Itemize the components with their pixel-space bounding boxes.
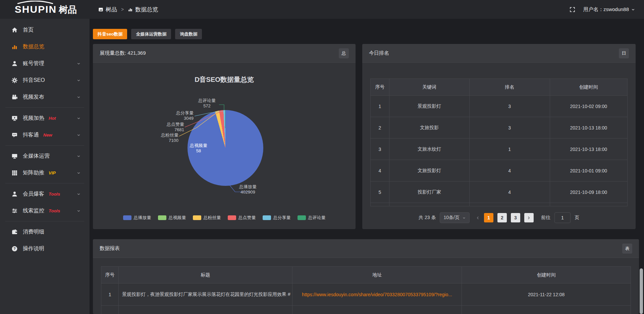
sidebar-item-lead-monitor[interactable]: 线索监控 Tools [0,202,90,219]
impressions-chart-panel: 展现量总数: 421,369 总 D音SEO数据量总览 总评论量 572 总分享… [93,44,356,229]
screen-play-icon [11,115,18,121]
page-button-2[interactable]: 2 [497,213,507,222]
home-icon [11,27,18,33]
table-header-row: 序号 标题 地址 创建时间 [101,267,631,283]
question-icon: ? [11,246,18,252]
username-label: 用户名：zswodun88 [583,6,629,13]
pie-label-shares: 总分享量 3049 [160,110,194,121]
ranking-panel-header: 今日排名 日 [362,44,636,63]
breadcrumb-item-home[interactable]: 树品 [98,6,117,13]
total-view-button[interactable]: 总 [339,48,349,58]
tools-badge: Tools [49,208,60,213]
tab-douyin-seo-data[interactable]: 抖音seo数据 [93,29,127,39]
breadcrumb-item-current[interactable]: 数据总览 [128,6,158,13]
table-view-button[interactable]: 表 [622,244,632,254]
breadcrumb-label: 树品 [106,6,117,13]
table-row: 1 景观投影灯，夜游景观投影灯厂家展示展示落花灯在花园里的灯光投影应用效果 # … [101,283,631,306]
page-size-select[interactable]: 10条/页 [440,212,469,223]
person-icon [11,191,18,197]
ranking-panel-title: 今日排名 [369,50,389,56]
chart-panel-body: D音SEO数据量总览 总评论量 572 总分享量 3049 总点赞量 7681 [93,63,356,229]
page-button-3[interactable]: 3 [511,213,520,222]
breadcrumb-label: 数据总览 [135,6,158,13]
ranking-panel-body: 序号 关键词 排名 创建时间 1 景观投影灯 3 2021-10-02 09:0… [362,63,636,229]
sidebar-item-label: 矩阵助推 [23,169,44,176]
fullscreen-icon[interactable] [570,7,575,12]
sidebar-item-home[interactable]: 首页 [0,21,90,38]
day-view-button[interactable]: 日 [619,48,629,58]
sidebar-item-label: 抖音SEO [23,77,45,84]
main-content: 抖音seo数据 全媒体运营数据 询盘数据 展现量总数: 421,369 总 D音… [90,19,644,314]
report-panel-header: 数据报表 表 [93,239,639,258]
breadcrumb-separator: > [121,7,124,12]
table-row: 1 景观投影灯 3 2021-10-02 09:00 [371,96,628,117]
logo: SHUPIN 树品 [0,4,90,14]
chevron-down-icon [76,171,81,175]
chevron-down-icon [76,78,81,83]
goto-label: 前往 [541,215,550,221]
today-ranking-panel: 今日排名 日 序号 关键词 排名 创建时间 1 景观投影灯 3 [362,44,636,229]
chevron-down-icon [631,7,635,12]
table-header-row: 序号 关键词 排名 创建时间 [371,79,628,96]
table-row-clipped [101,306,631,314]
chevron-down-icon [76,95,81,99]
sidebar-item-data-overview[interactable]: 数据总览 [0,38,90,55]
sidebar-item-label: 视频发布 [23,94,44,101]
pie-label-comments: 总评论量 572 [190,98,224,109]
legend-swatch [158,215,166,220]
legend-item[interactable]: 总评论量 [298,215,326,221]
user-menu[interactable]: 用户名：zswodun88 [583,6,635,13]
pie-label-plays: 总播放量 402909 [235,184,261,195]
pie-chart-title: D音SEO数据量总览 [93,75,356,84]
video-url-link[interactable]: https://www.iesdouyin.com/share/video/70… [292,283,462,306]
sidebar-item-omni-media[interactable]: 全媒体运营 [0,148,90,164]
tab-omni-media-data[interactable]: 全媒体运营数据 [131,29,171,39]
table-row: 4 文旅投影灯 4 2021-10-01 09:00 [371,160,628,181]
pagination: 共 23 条 10条/页 1 2 3 前往 页 [362,212,636,223]
chevron-down-icon [76,133,81,137]
table-row-clipped [371,203,628,206]
chevron-down-icon [76,61,81,66]
legend-item[interactable]: 总视频量 [158,215,186,221]
sidebar-item-help[interactable]: ? 操作说明 [0,240,90,257]
vip-badge: VIP [49,170,56,175]
legend-swatch [298,215,306,220]
data-report-panel: 数据报表 表 序号 标题 地址 创建时间 1 景观投影灯，夜游景观投影灯厂家展示… [93,239,639,314]
tools-badge: Tools [49,192,60,197]
next-page-button[interactable] [524,213,534,222]
total-count-label: 共 23 条 [419,215,436,221]
table-row: 5 投影灯厂家 4 2021-10-09 18:00 [371,181,628,203]
sidebar-item-douketong[interactable]: 抖客通 New [0,126,90,143]
tab-inquiry-data[interactable]: 询盘数据 [175,29,202,39]
logo-arc [15,1,55,4]
impressions-total-label: 展现量总数: 421,369 [100,50,146,56]
goto-page-input[interactable] [554,212,571,223]
legend-item[interactable]: 总粉丝量 [193,215,221,221]
sidebar-item-matrix-boost[interactable]: 矩阵助推 VIP [0,164,90,181]
sidebar-item-video-heat[interactable]: 视频加热 Hot [0,110,90,126]
chevron-down-icon [76,192,81,196]
sidebar-item-label: 视频加热 [23,115,44,122]
sidebar-item-member-burst[interactable]: 会员爆客 Tools [0,186,90,202]
legend-item[interactable]: 总播放量 [123,215,151,221]
wallet-icon [11,229,18,235]
page-button-1[interactable]: 1 [484,213,493,222]
sidebar: 首页 数据总览 账号管理 抖音SEO 视频发布 视频加热 Hot 抖客通 New… [0,19,90,314]
legend-item[interactable]: 总分享量 [263,215,291,221]
sidebar-divider [5,107,84,108]
sidebar-item-spend-detail[interactable]: 消费明细 [0,223,90,240]
monitor-icon [11,153,18,159]
vertical-scrollbar[interactable] [640,268,643,314]
new-badge: New [43,133,52,138]
sidebar-item-video-publish[interactable]: 视频发布 [0,89,90,105]
legend-item[interactable]: 总点赞量 [228,215,256,221]
prev-page-button[interactable] [476,216,480,220]
sidebar-item-douyin-seo[interactable]: 抖音SEO [0,72,90,89]
message-icon [11,132,18,138]
sliders-icon [11,208,18,214]
sidebar-item-account[interactable]: 账号管理 [0,55,90,72]
chevron-down-icon [76,116,81,120]
chevron-down-icon [462,216,466,220]
breadcrumb: 树品 > 数据总览 [98,6,158,13]
sidebar-item-label: 首页 [23,27,34,34]
